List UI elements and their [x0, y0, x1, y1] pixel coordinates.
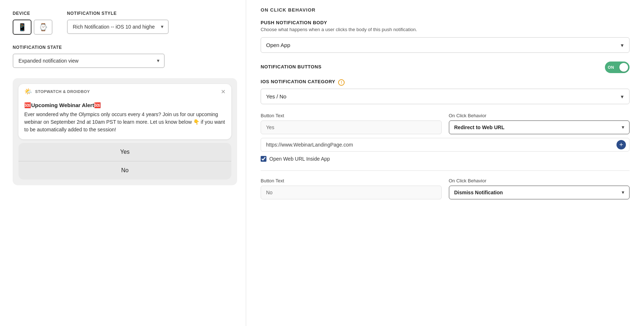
action-buttons: Yes No — [18, 143, 231, 179]
notification-state-label: NOTIFICATION STATE — [13, 45, 233, 50]
toggle-on-label: ON — [608, 65, 614, 69]
button1-onclick-select-wrapper: Redirect to Web URL Open App Deep Link D… — [449, 120, 630, 134]
button1-onclick-select[interactable]: Redirect to Web URL Open App Deep Link D… — [449, 120, 630, 134]
ios-category-label: IOS NOTIFICATION CATEGORY — [261, 79, 335, 84]
device-section: DEVICE 📱 ⌚ — [13, 11, 52, 35]
notification-close-icon[interactable]: ✕ — [221, 88, 226, 95]
right-panel: ON CLICK BEHAVIOR PUSH NOTIFICATION BODY… — [246, 0, 644, 326]
notification-buttons-row: NOTIFICATION BUTTONS ON — [261, 62, 630, 73]
notification-header: 🌤️ STOPWATCH & DROIDBOY ✕ — [18, 84, 231, 98]
toggle-knob — [619, 63, 628, 72]
app-icon: 🌤️ — [24, 88, 32, 96]
notification-style-wrapper: Rich Notification -- iOS 10 and highe Ba… — [67, 20, 169, 34]
open-web-url-checkbox[interactable] — [261, 156, 266, 162]
button2-row: Button Text On Click Behavior Dismiss No… — [261, 178, 630, 199]
url-add-button[interactable]: + — [616, 140, 626, 149]
button1-onclick-label: On Click Behavior — [449, 113, 630, 118]
notification-buttons-toggle[interactable]: ON — [605, 62, 630, 73]
push-body-select[interactable]: Open App Redirect to Web URL Deep Link D… — [261, 37, 630, 53]
button1-text-label: Button Text — [261, 113, 442, 118]
button2-onclick-select-wrapper: Dismiss Notification Open App Redirect t… — [449, 186, 630, 199]
notification-preview: 🌤️ STOPWATCH & DROIDBOY ✕ 🆘Upcoming Webi… — [13, 78, 237, 185]
notification-state-select[interactable]: Expanded notification view Collapsed not… — [13, 54, 165, 68]
notification-style-section: NOTIFICATION STYLE Rich Notification -- … — [67, 11, 169, 34]
device-label: DEVICE — [13, 11, 52, 16]
button2-text-field: Button Text — [261, 178, 442, 199]
button2-text-label: Button Text — [261, 178, 442, 183]
url-input-wrapper: + — [261, 138, 630, 152]
button1-row: Button Text On Click Behavior Redirect t… — [261, 113, 630, 134]
push-notification-body-section: PUSH NOTIFICATION BODY Choose what happe… — [261, 20, 630, 53]
button2-text-input[interactable] — [261, 186, 442, 199]
device-style-row: DEVICE 📱 ⌚ NOTIFICATION STYLE Rich Notif… — [13, 11, 233, 35]
divider — [261, 170, 630, 171]
button1-text-field: Button Text — [261, 113, 442, 134]
app-name: STOPWATCH & DROIDBOY — [35, 89, 90, 94]
watch-device-btn[interactable]: ⌚ — [34, 20, 52, 35]
ios-notification-category-section: IOS NOTIFICATION CATEGORY ! Yes / No Acc… — [261, 79, 630, 104]
ios-category-row: IOS NOTIFICATION CATEGORY ! — [261, 79, 630, 86]
yes-action-btn[interactable]: Yes — [18, 143, 231, 161]
notification-title: 🆘Upcoming Webinar Alert🆘 — [24, 102, 226, 109]
device-buttons: 📱 ⌚ — [13, 20, 52, 35]
phone-device-btn[interactable]: 📱 — [13, 20, 31, 35]
on-click-behavior-title: ON CLICK BEHAVIOR — [261, 7, 630, 13]
push-body-select-wrapper: Open App Redirect to Web URL Deep Link D… — [261, 37, 630, 53]
notification-buttons-label: NOTIFICATION BUTTONS — [261, 64, 321, 69]
button1-text-input[interactable] — [261, 120, 442, 134]
notification-state-wrapper: Expanded notification view Collapsed not… — [13, 54, 165, 68]
button2-onclick-select[interactable]: Dismiss Notification Open App Redirect t… — [449, 186, 630, 199]
push-body-title: PUSH NOTIFICATION BODY — [261, 20, 630, 25]
button2-onclick-label: On Click Behavior — [449, 178, 630, 183]
left-panel: DEVICE 📱 ⌚ NOTIFICATION STYLE Rich Notif… — [0, 0, 246, 326]
ios-category-select-wrapper: Yes / No Accept / Decline Yes / No / May… — [261, 89, 630, 104]
notification-text: Ever wondered why the Olympics only occu… — [24, 111, 226, 134]
open-web-url-checkbox-row: Open Web URL Inside App — [261, 156, 630, 162]
notification-app-info: 🌤️ STOPWATCH & DROIDBOY — [24, 88, 90, 96]
notification-card: 🌤️ STOPWATCH & DROIDBOY ✕ 🆘Upcoming Webi… — [18, 84, 231, 139]
notification-state-section: NOTIFICATION STATE Expanded notification… — [13, 45, 233, 68]
button2-onclick-field: On Click Behavior Dismiss Notification O… — [449, 178, 630, 199]
notification-body: 🆘Upcoming Webinar Alert🆘 Ever wondered w… — [18, 98, 231, 139]
url-input[interactable] — [261, 138, 630, 152]
open-web-url-label: Open Web URL Inside App — [269, 156, 330, 162]
ios-category-select[interactable]: Yes / No Accept / Decline Yes / No / May… — [261, 89, 630, 104]
no-action-btn[interactable]: No — [18, 161, 231, 179]
push-body-desc: Choose what happens when a user clicks t… — [261, 27, 630, 32]
notification-style-label: NOTIFICATION STYLE — [67, 11, 169, 16]
ios-category-info-icon[interactable]: ! — [338, 79, 345, 86]
button1-onclick-field: On Click Behavior Redirect to Web URL Op… — [449, 113, 630, 134]
notification-style-select[interactable]: Rich Notification -- iOS 10 and highe Ba… — [67, 20, 169, 34]
